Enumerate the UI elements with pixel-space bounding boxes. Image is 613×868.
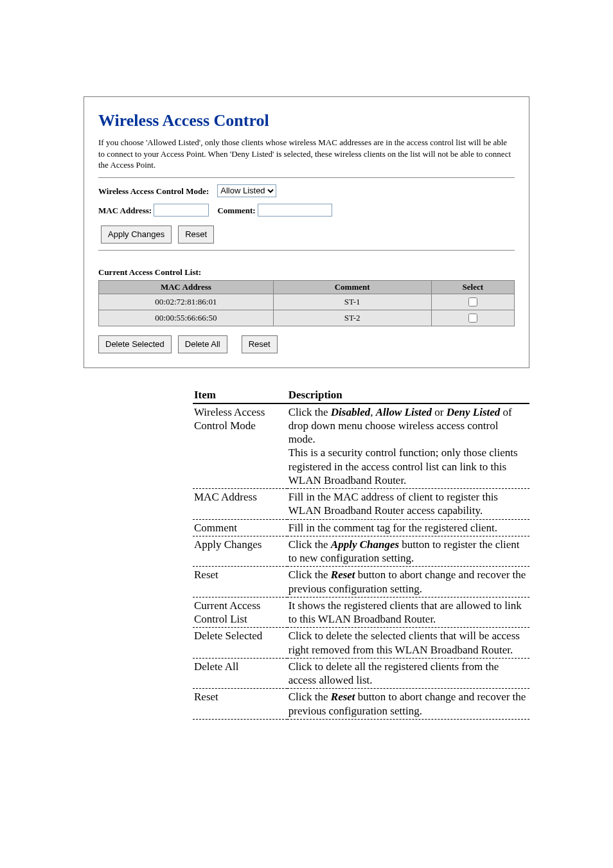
acl-cell-select	[431, 310, 514, 326]
apply-reset-row: Apply Changes Reset	[98, 226, 515, 244]
acl-cell-comment: ST-2	[273, 310, 431, 326]
acl-cell-select	[431, 294, 514, 310]
divider	[98, 177, 515, 178]
wireless-access-control-panel: Wireless Access Control If you choose 'A…	[84, 96, 529, 368]
doc-text: Click the	[289, 406, 331, 418]
doc-desc: Click the Reset button to abort change a…	[287, 567, 529, 598]
reset-button-2[interactable]: Reset	[242, 335, 278, 353]
doc-item: Reset	[193, 567, 287, 598]
delete-selected-button[interactable]: Delete Selected	[98, 335, 172, 353]
doc-desc: Click the Reset button to abort change a…	[287, 689, 529, 720]
delete-row: Delete Selected Delete All Reset	[98, 335, 515, 353]
acl-cell-mac: 00:00:55:66:66:50	[99, 310, 274, 326]
doc-desc: Fill in the comment tag for the register…	[287, 519, 529, 536]
doc-bold: Reset	[331, 691, 355, 703]
doc-text: This is a security control function; onl…	[289, 447, 518, 486]
doc-bold: Apply Changes	[331, 538, 399, 551]
panel-intro: If you choose 'Allowed Listed', only tho…	[98, 137, 515, 171]
doc-row: Comment Fill in the comment tag for the …	[193, 519, 529, 536]
doc-head-item: Item	[193, 387, 287, 403]
doc-bold: Reset	[331, 569, 355, 581]
doc-header-row: Item Description	[193, 387, 529, 403]
doc-item: Reset	[193, 689, 287, 720]
comment-input[interactable]	[258, 204, 332, 217]
doc-table-wrap: Item Description Wireless Access Control…	[193, 387, 529, 720]
doc-text: Click the	[289, 691, 331, 703]
acl-head-comment: Comment	[273, 280, 431, 294]
mode-label: Wireless Access Control Mode:	[98, 186, 209, 195]
doc-item: Comment	[193, 519, 287, 536]
table-row: 00:02:72:81:86:01 ST-1	[99, 294, 515, 310]
doc-row: Reset Click the Reset button to abort ch…	[193, 689, 529, 720]
doc-table: Item Description Wireless Access Control…	[193, 387, 529, 720]
acl-table: MAC Address Comment Select 00:02:72:81:8…	[98, 280, 515, 326]
doc-head-desc: Description	[287, 387, 529, 403]
doc-row: Delete Selected Click to delete the sele…	[193, 628, 529, 659]
doc-row: Reset Click the Reset button to abort ch…	[193, 567, 529, 598]
doc-item: Delete Selected	[193, 628, 287, 659]
acl-row-checkbox[interactable]	[468, 314, 477, 323]
acl-cell-comment: ST-1	[273, 294, 431, 310]
mode-row: Wireless Access Control Mode: Allow List…	[98, 184, 515, 197]
doc-row: Apply Changes Click the Apply Changes bu…	[193, 536, 529, 567]
doc-row: MAC Address Fill in the MAC address of c…	[193, 489, 529, 520]
acl-title: Current Access Control List:	[98, 267, 515, 278]
panel-title: Wireless Access Control	[98, 111, 515, 130]
divider-2	[98, 250, 515, 251]
doc-desc: Click the Apply Changes button to regist…	[287, 536, 529, 567]
acl-header-row: MAC Address Comment Select	[99, 280, 515, 294]
doc-row: Wireless Access Control Mode Click the D…	[193, 403, 529, 489]
doc-bold: Disabled	[331, 406, 370, 418]
mac-input[interactable]	[154, 204, 209, 217]
doc-desc: Click to delete all the registered clien…	[287, 658, 529, 689]
doc-item: Apply Changes	[193, 536, 287, 567]
acl-head-select: Select	[431, 280, 514, 294]
comment-label: Comment:	[217, 205, 255, 215]
doc-bold: Deny Listed	[447, 406, 501, 418]
doc-desc: Click to delete the selected clients tha…	[287, 628, 529, 659]
apply-changes-button[interactable]: Apply Changes	[101, 226, 172, 244]
doc-item: MAC Address	[193, 489, 287, 520]
doc-desc: It shows the registered clients that are…	[287, 597, 529, 628]
doc-bold: Allow Listed	[376, 406, 432, 418]
acl-row-checkbox[interactable]	[468, 297, 477, 306]
doc-desc: Fill in the MAC address of client to reg…	[287, 489, 529, 520]
doc-item: Wireless Access Control Mode	[193, 403, 287, 489]
doc-desc: Click the Disabled, Allow Listed or Deny…	[287, 403, 529, 489]
mac-comment-row: MAC Address: Comment:	[98, 204, 515, 217]
delete-all-button[interactable]: Delete All	[178, 335, 227, 353]
doc-text: ,	[370, 406, 376, 418]
reset-button[interactable]: Reset	[178, 226, 214, 244]
doc-text: Click the	[289, 538, 331, 551]
doc-row: Delete All Click to delete all the regis…	[193, 658, 529, 689]
table-row: 00:00:55:66:66:50 ST-2	[99, 310, 515, 326]
mode-select[interactable]: Allow Listed	[217, 184, 276, 197]
acl-head-mac: MAC Address	[99, 280, 274, 294]
doc-text: or	[432, 406, 447, 418]
mac-label: MAC Address:	[98, 205, 152, 215]
acl-cell-mac: 00:02:72:81:86:01	[99, 294, 274, 310]
doc-item: Current Access Control List	[193, 597, 287, 628]
doc-item: Delete All	[193, 658, 287, 689]
doc-row: Current Access Control List It shows the…	[193, 597, 529, 628]
doc-text: Click the	[289, 569, 331, 581]
